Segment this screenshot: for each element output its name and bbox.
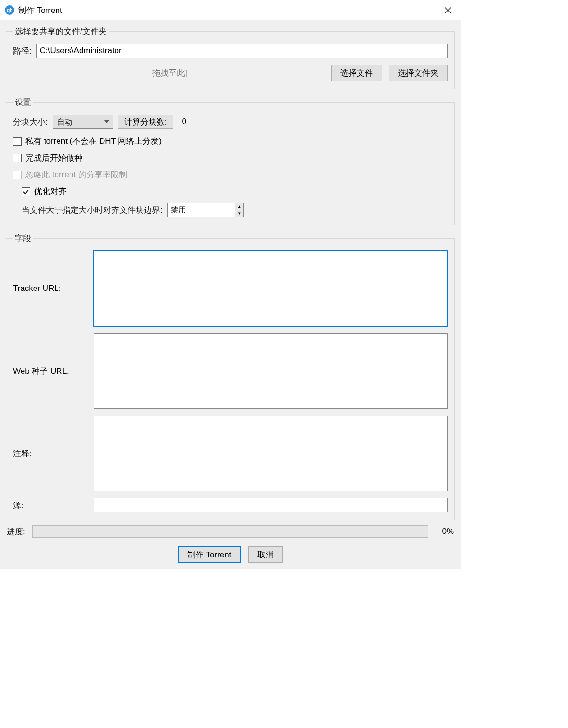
- file-select-legend: 选择要共享的文件/文件夹: [13, 26, 109, 37]
- piece-count-value: 0: [182, 117, 186, 127]
- settings-group: 设置 分块大小: 自动 计算分块数: 0 私有 torrent (不会在 DHT…: [6, 97, 455, 225]
- tracker-url-label: Tracker URL:: [13, 284, 87, 293]
- tracker-url-textarea[interactable]: [94, 251, 448, 326]
- comment-label: 注释:: [13, 448, 87, 459]
- file-select-group: 选择要共享的文件/文件夹 路径: [拖拽至此] 选择文件 选择文件夹: [6, 26, 455, 89]
- drag-hint: [拖拽至此]: [13, 68, 325, 79]
- path-label: 路径:: [13, 46, 32, 57]
- ignore-ratio-label: 忽略此 torrent 的分享率限制: [25, 169, 127, 180]
- settings-legend: 设置: [13, 97, 33, 108]
- fields-legend: 字段: [13, 233, 33, 244]
- piece-size-label: 分块大小:: [13, 116, 48, 127]
- spin-up-button[interactable]: ▲: [235, 203, 243, 210]
- progress-label: 进度:: [7, 526, 25, 537]
- spin-down-button[interactable]: ▼: [235, 210, 243, 217]
- start-seeding-checkbox[interactable]: [13, 154, 22, 162]
- private-checkbox[interactable]: [13, 137, 22, 146]
- optimize-align-label: 优化对齐: [34, 186, 67, 197]
- optimize-align-checkbox[interactable]: [22, 187, 30, 196]
- close-icon: [444, 7, 452, 14]
- source-label: 源:: [13, 500, 87, 511]
- close-button[interactable]: [439, 3, 457, 17]
- comment-textarea[interactable]: [94, 416, 448, 491]
- piece-size-select[interactable]: 自动: [53, 115, 113, 129]
- titlebar: qb 制作 Torrent: [0, 0, 461, 20]
- fields-group: 字段 Tracker URL: Web 种子 URL: 注释: 源:: [6, 233, 455, 520]
- align-boundary-input[interactable]: [168, 203, 235, 217]
- web-seed-textarea[interactable]: [94, 333, 448, 409]
- web-seed-label: Web 种子 URL:: [13, 366, 87, 377]
- progress-percent: 0%: [435, 527, 454, 536]
- create-torrent-button[interactable]: 制作 Torrent: [178, 546, 241, 563]
- dialog-body: 选择要共享的文件/文件夹 路径: [拖拽至此] 选择文件 选择文件夹 设置 分块…: [0, 20, 461, 569]
- private-label: 私有 torrent (不会在 DHT 网络上分发): [25, 136, 162, 147]
- start-seeding-label: 完成后开始做种: [25, 152, 82, 163]
- progress-bar: [32, 525, 428, 538]
- ignore-ratio-checkbox: [13, 171, 22, 179]
- source-input[interactable]: [94, 498, 448, 512]
- app-icon: qb: [5, 5, 14, 15]
- path-input[interactable]: [36, 44, 448, 58]
- calc-pieces-button[interactable]: 计算分块数:: [118, 115, 174, 129]
- align-boundary-spinbox[interactable]: ▲ ▼: [167, 203, 244, 217]
- select-folder-button[interactable]: 选择文件夹: [389, 65, 448, 81]
- cancel-button[interactable]: 取消: [248, 546, 283, 563]
- window-title: 制作 Torrent: [18, 5, 62, 16]
- select-file-button[interactable]: 选择文件: [331, 65, 382, 81]
- align-boundary-label: 当文件大于指定大小时对齐文件块边界:: [22, 205, 162, 216]
